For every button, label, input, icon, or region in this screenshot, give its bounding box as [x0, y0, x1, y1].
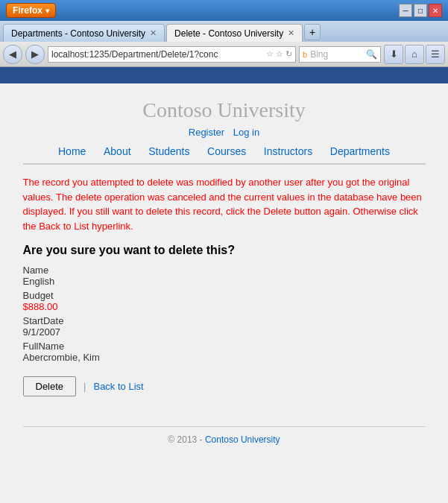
field-label: FullName	[23, 341, 426, 352]
fields-container: NameEnglishBudget$888.00StartDate9/1/200…	[23, 265, 426, 363]
nav-courses[interactable]: Courses	[207, 145, 246, 157]
nav-departments[interactable]: Departments	[330, 145, 390, 157]
title-bar: Firefox ─ □ ✕	[0, 0, 448, 21]
tab-delete[interactable]: Delete - Contoso University ✕	[166, 24, 303, 42]
field-value: $888.00	[23, 301, 426, 312]
window-controls: ─ □ ✕	[399, 4, 442, 17]
field-value: 9/1/2007	[23, 326, 426, 338]
star2-icon[interactable]: ☆	[276, 49, 283, 59]
delete-button[interactable]: Delete	[23, 376, 77, 396]
tab-departments-close[interactable]: ✕	[150, 28, 157, 38]
page-inner: Contoso University Register Log in Home …	[8, 83, 441, 460]
footer-link[interactable]: Contoso University	[205, 434, 280, 445]
star-icon[interactable]: ☆	[266, 49, 274, 59]
field-label: Name	[23, 265, 426, 276]
tab-bar: Departments - Contoso University ✕ Delet…	[0, 21, 448, 42]
search-bar[interactable]: b Bing 🔍	[299, 46, 381, 63]
tab-departments-label: Departments - Contoso University	[11, 28, 145, 39]
refresh-icon[interactable]: ↻	[285, 49, 292, 59]
home-icon[interactable]: ⌂	[405, 45, 424, 64]
error-message: The record you attempted to delete was m…	[23, 175, 426, 233]
field-label: Budget	[23, 290, 426, 301]
site-title: Contoso University	[23, 98, 426, 122]
nav-about[interactable]: About	[104, 145, 131, 157]
nav-students[interactable]: Students	[148, 145, 189, 157]
footer-text: © 2013 -	[168, 434, 205, 445]
nav-home[interactable]: Home	[58, 145, 86, 157]
forward-button[interactable]: ▶	[25, 45, 45, 64]
field-label: StartDate	[23, 315, 426, 326]
nav-instructors[interactable]: Instructors	[264, 145, 312, 157]
register-link[interactable]: Register	[189, 127, 224, 138]
url-icons: ☆ ☆ ↻	[266, 49, 292, 59]
search-submit-icon[interactable]: 🔍	[366, 49, 377, 60]
firefox-button[interactable]: Firefox	[6, 3, 56, 18]
back-button[interactable]: ◀	[3, 45, 22, 64]
minimize-button[interactable]: ─	[399, 4, 412, 17]
new-tab-button[interactable]: +	[304, 24, 321, 40]
action-row: Delete | Back to List	[23, 376, 426, 396]
page-footer: © 2013 - Contoso University	[23, 426, 426, 445]
menu-icon[interactable]: ☰	[426, 45, 445, 64]
login-link[interactable]: Log in	[233, 127, 259, 138]
nav-menu: Home About Students Courses Instructors …	[23, 145, 426, 165]
field-value: English	[23, 276, 426, 287]
url-text: localhost:1235/Department/Delete/1?conc	[51, 49, 266, 60]
tab-delete-label: Delete - Contoso University	[174, 28, 283, 39]
bing-icon: b	[303, 50, 307, 59]
content-area: Contoso University Register Log in Home …	[0, 83, 448, 503]
confirm-question: Are you sure you want to delete this?	[23, 244, 426, 257]
bookmarks-bar	[0, 67, 448, 83]
toolbar-icons: ⬇ ⌂ ☰	[384, 45, 445, 64]
url-bar[interactable]: localhost:1235/Department/Delete/1?conc …	[48, 46, 296, 63]
address-bar: ◀ ▶ localhost:1235/Department/Delete/1?c…	[0, 42, 448, 67]
tab-departments[interactable]: Departments - Contoso University ✕	[3, 24, 165, 42]
pipe-separator: |	[83, 381, 86, 392]
maximize-button[interactable]: □	[414, 4, 427, 17]
tab-delete-close[interactable]: ✕	[288, 28, 294, 38]
download-icon[interactable]: ⬇	[384, 45, 403, 64]
browser-window: Firefox ─ □ ✕ Departments - Contoso Univ…	[0, 0, 448, 503]
auth-links: Register Log in	[23, 127, 426, 138]
search-text: Bing	[310, 49, 328, 60]
back-to-list-link[interactable]: Back to List	[93, 381, 143, 392]
field-value: Abercrombie, Kim	[23, 352, 426, 363]
close-button[interactable]: ✕	[429, 4, 442, 17]
